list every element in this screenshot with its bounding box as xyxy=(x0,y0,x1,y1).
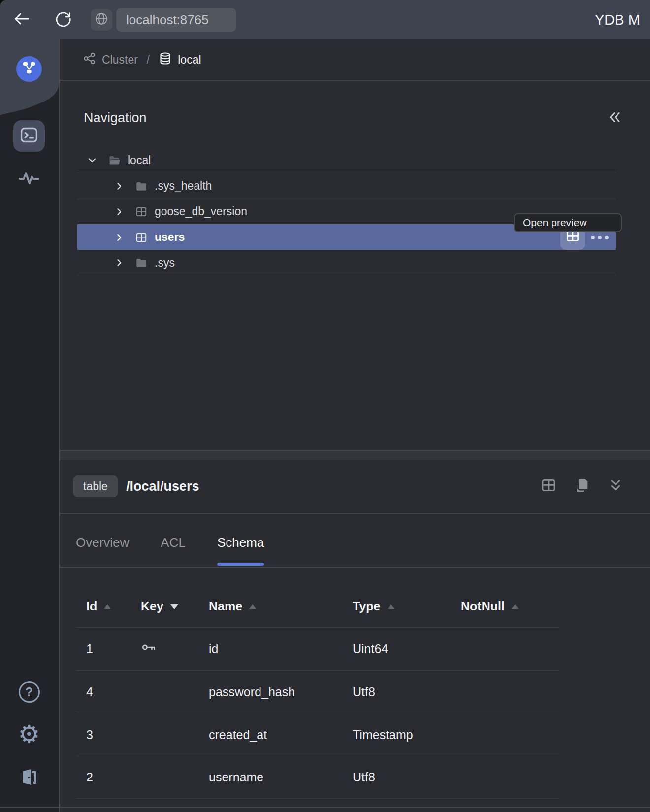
double-chevron-left-icon xyxy=(606,109,623,128)
open-preview-tooltip: Open preview xyxy=(514,213,622,232)
copy-path-button[interactable] xyxy=(572,476,592,496)
breadcrumb-item-database[interactable]: local xyxy=(159,52,201,68)
tab-overview[interactable]: Overview xyxy=(76,514,129,567)
column-header-type[interactable]: Type xyxy=(353,599,461,613)
tree-item-label: .sys xyxy=(155,256,175,270)
terminal-icon xyxy=(19,125,39,147)
sidebar-item-database[interactable] xyxy=(16,56,42,82)
cell-name: id xyxy=(209,642,353,656)
expand-panel-button[interactable] xyxy=(606,476,625,496)
column-header-id[interactable]: Id xyxy=(86,599,141,613)
collapse-panel-button[interactable] xyxy=(605,108,624,128)
url-input[interactable]: localhost:8765 xyxy=(116,8,236,32)
tree-item-label: local xyxy=(128,154,151,167)
column-header-notnull[interactable]: NotNull xyxy=(461,599,559,613)
panel-splitter[interactable] xyxy=(60,450,650,460)
column-label: NotNull xyxy=(461,599,505,613)
tree-item-label: users xyxy=(155,231,185,244)
folder-icon xyxy=(134,256,149,269)
key-icon xyxy=(141,640,209,658)
page-title: YDB M xyxy=(595,12,640,28)
column-header-name[interactable]: Name xyxy=(209,599,353,613)
database-icon xyxy=(159,52,172,68)
sidebar-item-monitoring[interactable] xyxy=(15,165,43,193)
entity-type-badge: table xyxy=(73,475,118,497)
pulse-icon xyxy=(17,166,41,192)
chevron-right-icon[interactable] xyxy=(113,232,126,243)
help-icon: ? xyxy=(19,681,40,703)
tab-schema[interactable]: Schema xyxy=(217,514,264,567)
cell-type: Utf8 xyxy=(353,685,461,699)
tab-acl[interactable]: ACL xyxy=(161,514,186,567)
folder-icon xyxy=(134,180,149,193)
chevron-down-icon[interactable] xyxy=(86,154,98,166)
table-icon xyxy=(134,231,149,244)
cell-type: Timestamp xyxy=(353,728,461,742)
sort-asc-icon xyxy=(104,604,111,609)
open-preview-table-button[interactable] xyxy=(539,476,558,496)
cell-id: 2 xyxy=(86,770,141,784)
double-chevron-down-icon xyxy=(607,477,624,496)
cell-type: Utf8 xyxy=(353,770,461,784)
tree-row-sys-health[interactable]: .sys_health xyxy=(77,173,616,199)
site-info-button[interactable] xyxy=(91,9,112,31)
ydb-logo-icon xyxy=(20,59,38,79)
column-label: Id xyxy=(86,599,97,613)
sort-asc-icon xyxy=(512,604,519,609)
browser-topbar: localhost:8765 YDB M xyxy=(0,0,650,39)
cell-id: 4 xyxy=(86,685,141,699)
more-actions-button[interactable] xyxy=(590,236,610,239)
back-button[interactable] xyxy=(11,9,32,31)
column-label: Name xyxy=(209,599,242,613)
table-row[interactable]: 2 username Utf8 xyxy=(76,756,559,799)
tree-row-local[interactable]: local xyxy=(77,147,616,173)
breadcrumb-label: local xyxy=(178,53,201,67)
chevron-right-icon[interactable] xyxy=(113,180,126,192)
chevron-right-icon[interactable] xyxy=(113,257,126,269)
navigation-tree: local .sys_health xyxy=(77,147,616,275)
table-icon xyxy=(540,477,557,496)
column-label: Key xyxy=(141,599,163,613)
sort-asc-icon xyxy=(388,604,394,609)
column-label: Type xyxy=(353,599,381,613)
entity-actions xyxy=(539,476,625,496)
help-button[interactable]: ? xyxy=(15,678,43,706)
breadcrumb-separator: / xyxy=(147,53,150,67)
breadcrumb-item-cluster[interactable]: Cluster xyxy=(83,52,138,68)
logout-button[interactable] xyxy=(15,764,43,791)
table-row[interactable]: 1 id Uint64 xyxy=(76,627,559,670)
tree-row-sys[interactable]: .sys xyxy=(77,250,616,275)
sidebar-item-terminal[interactable] xyxy=(13,120,45,152)
folder-open-icon xyxy=(107,154,122,167)
back-arrow-icon xyxy=(12,9,32,31)
cell-type: Uint64 xyxy=(353,642,461,656)
cell-name: password_hash xyxy=(209,685,353,699)
cell-id: 1 xyxy=(86,642,141,656)
refresh-icon xyxy=(54,9,72,30)
globe-icon xyxy=(94,11,109,28)
settings-button[interactable]: ⚙ xyxy=(15,720,43,748)
cell-name: created_at xyxy=(209,728,353,742)
refresh-button[interactable] xyxy=(52,9,74,31)
tree-item-label: goose_db_version xyxy=(155,205,247,218)
door-exit-icon xyxy=(18,765,40,790)
sort-desc-icon xyxy=(170,604,178,609)
entity-path: /local/users xyxy=(126,479,199,494)
column-header-key[interactable]: Key xyxy=(141,599,209,613)
schema-table-header: Id Key Name Type NotNull xyxy=(76,568,559,627)
cluster-icon xyxy=(83,52,96,68)
table-row[interactable]: 4 password_hash Utf8 xyxy=(76,670,559,713)
cell-name: username xyxy=(209,770,353,784)
table-row[interactable]: 3 created_at Timestamp xyxy=(76,713,559,756)
cell-id: 3 xyxy=(86,728,141,742)
table-icon xyxy=(134,205,149,218)
schema-table: Id Key Name Type NotNull xyxy=(76,568,559,799)
sort-asc-icon xyxy=(249,604,256,609)
entity-tabs: Overview ACL Schema xyxy=(60,514,650,568)
navigation-title: Navigation xyxy=(84,110,147,126)
breadcrumb: Cluster / local xyxy=(60,39,650,81)
breadcrumb-label: Cluster xyxy=(102,53,138,67)
gear-icon: ⚙ xyxy=(18,722,40,746)
chevron-right-icon[interactable] xyxy=(113,206,126,218)
entity-info-bar: table /local/users xyxy=(60,460,650,514)
